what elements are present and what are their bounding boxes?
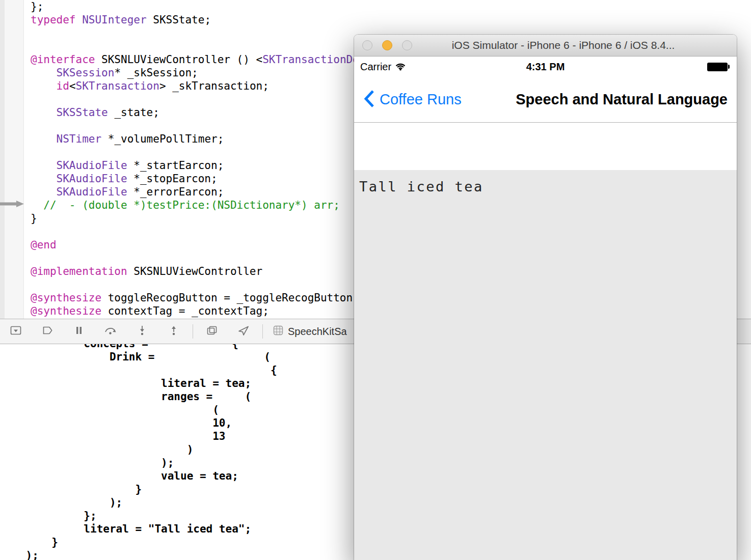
carrier-label: Carrier [360,61,391,73]
simulator-titlebar[interactable]: iOS Simulator - iPhone 6 - iPhone 6 / iO… [354,35,737,57]
code-line: @interface SKSNLUViewController () <SKTr… [31,53,404,66]
nav-title: Speech and Natural Language [516,91,728,108]
debug-bar-separator [193,324,193,339]
code-line: // - (double *)testPrice:(NSDictionary*)… [31,199,404,212]
code-line: NSTimer *_volumePollTimer; [31,132,404,146]
code-line [31,40,404,53]
step-into-button[interactable] [126,319,158,344]
breakpoints-button[interactable] [32,319,63,344]
code-line: SKAudioFile *_errorEarcon; [31,185,404,199]
ios-nav-bar: Coffee Runs Speech and Natural Language [354,77,737,123]
window-controls [362,35,412,56]
step-over-icon [104,325,117,338]
wifi-icon [395,62,406,73]
step-over-button[interactable] [95,319,126,344]
code-line: typedef NSUInteger SKSState; [31,13,404,26]
battery-icon [707,63,730,71]
step-out-button[interactable] [158,319,190,344]
breakpoints-icon [41,325,53,338]
hide-debug-area-button[interactable] [0,319,32,344]
code-line [31,26,404,40]
hide-debug-area-icon [10,325,22,338]
back-chevron-icon [363,89,375,110]
simulate-location-button[interactable] [228,319,259,344]
code-line [31,93,404,106]
pause-button[interactable] [63,319,95,344]
zoom-button[interactable] [402,40,412,50]
code-line [31,278,404,291]
minimize-button[interactable] [382,40,392,50]
back-button[interactable]: Coffee Runs [363,89,462,110]
code-line: }; [31,0,404,13]
code-line: @implementation SKSNLUViewController [31,265,404,278]
code-line: SKSState _state; [31,106,404,119]
status-time: 4:31 PM [526,61,565,73]
code-line [31,251,404,265]
code-line: SKAudioFile *_startEarcon; [31,159,404,172]
step-out-icon [168,325,180,338]
recognition-text-view[interactable]: Tall iced tea [354,170,737,560]
pause-icon [73,325,85,338]
simulate-location-icon [237,325,250,338]
app-icon [273,325,283,338]
recognized-text: Tall iced tea [359,179,737,194]
ios-status-bar: Carrier 4:31 PM [354,57,737,77]
code-lines: };typedef NSUInteger SKSState; @interfac… [0,0,404,318]
code-line: @synthesize toggleRecogButton = _toggleR… [31,291,404,304]
code-line [31,119,404,132]
content-spacer [354,123,737,170]
code-line [31,225,404,238]
close-button[interactable] [362,40,372,50]
process-badge[interactable]: SpeechKitSa [273,325,347,338]
code-line: SKAudioFile *_stopEarcon; [31,172,404,185]
code-line: } [31,212,404,225]
debug-bar-separator [262,324,263,339]
code-line [31,146,404,159]
code-line: id<SKTransaction> _skTransaction; [31,79,404,93]
simulator-window: iOS Simulator - iPhone 6 - iPhone 6 / iO… [354,35,737,560]
debug-view-hierarchy-button[interactable] [196,319,228,344]
code-line: @end [31,238,404,251]
step-into-icon [136,325,148,338]
debug-view-hierarchy-icon [206,325,218,338]
code-line: SKSession* _skSession; [31,66,404,79]
code-line: @synthesize contextTag = _contextTag; [31,304,404,318]
process-name: SpeechKitSa [288,326,347,338]
back-button-label: Coffee Runs [380,91,462,108]
